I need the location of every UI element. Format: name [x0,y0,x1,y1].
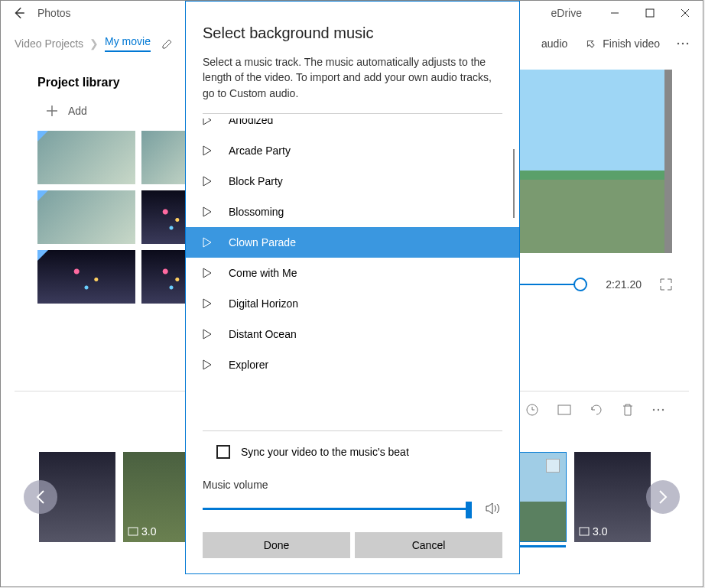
rotate-icon [590,403,603,417]
sync-beat-label: Sync your video to the music's beat [241,446,409,458]
clip-select-badge [546,459,560,473]
track-name: Distant Ocean [229,328,297,340]
svg-point-8 [658,409,659,411]
track-name: Block Party [229,175,283,187]
breadcrumb: Video Projects ❯ My movie [15,35,151,52]
maximize-button[interactable] [632,1,668,25]
svg-rect-10 [128,528,138,535]
dialog-buttons: Done Cancel [203,532,502,558]
play-icon[interactable] [203,329,212,339]
cancel-button[interactable]: Cancel [355,532,502,558]
clock-icon [525,403,539,417]
ellipsis-icon [677,42,689,45]
rotate-button[interactable] [590,403,603,417]
storyboard-prev-button[interactable] [24,480,57,514]
storyboard-next-button[interactable] [646,480,680,514]
onedrive-label: eDrive [551,7,582,19]
svg-rect-6 [558,405,570,414]
svg-rect-11 [580,528,589,535]
track-item[interactable]: Digital Horizon [186,288,519,319]
minimize-icon [610,8,619,18]
maximize-icon [645,8,655,18]
app-window: Photos eDrive Video Projects ❯ My movie … [0,0,703,587]
speaker-icon [486,502,502,515]
custom-audio-button[interactable]: audio [541,37,567,50]
library-thumb[interactable] [37,190,135,244]
play-icon[interactable] [203,206,212,217]
track-item[interactable]: Arcade Party [186,135,519,166]
duration-button[interactable] [525,403,539,417]
track-item[interactable]: Anodized [186,119,519,135]
rename-icon[interactable] [161,37,174,50]
finish-video-label: Finish video [603,37,660,50]
play-icon[interactable] [203,268,212,278]
breadcrumb-root[interactable]: Video Projects [15,37,83,50]
done-button[interactable]: Done [203,532,350,558]
clip-duration: 3.0 [128,525,156,538]
track-name: Blossoming [229,206,284,218]
add-label: Add [68,105,87,117]
volume-row [203,502,502,515]
track-item[interactable]: Explorer [186,349,519,380]
clip-duration-value: 3.0 [593,525,607,538]
track-item[interactable]: Blossoming [186,197,519,227]
track-list[interactable]: Anodized Arcade Party Block Party Blosso… [186,119,519,426]
divider [203,113,502,114]
track-name: Digital Horizon [229,297,298,310]
expand-icon [660,278,672,291]
chevron-right-icon: ❯ [89,37,99,50]
track-name: Explorer [229,359,268,371]
back-button[interactable] [7,1,31,25]
plus-icon [47,106,57,116]
storyboard-more-button[interactable] [652,408,664,411]
svg-point-3 [682,43,684,44]
delete-button[interactable] [622,403,634,417]
play-icon[interactable] [203,119,212,125]
library-thumb[interactable] [37,250,135,304]
track-item[interactable]: Distant Ocean [186,319,519,349]
seek-thumb[interactable] [573,278,587,291]
resize-button[interactable] [557,404,571,415]
track-item[interactable]: Block Party [186,166,519,197]
track-name: Anodized [229,119,273,126]
close-button[interactable] [668,1,703,25]
play-icon[interactable] [203,237,212,248]
crop-icon [557,404,571,415]
divider [203,430,502,431]
sync-beat-checkbox[interactable] [216,445,230,459]
clip-duration-value: 3.0 [141,525,156,538]
volume-label: Music volume [203,479,502,491]
image-icon [128,527,138,536]
sync-beat-row: Sync your video to the music's beat [203,436,502,473]
custom-audio-label: audio [541,37,567,50]
play-icon[interactable] [203,298,212,309]
fullscreen-button[interactable] [660,278,672,291]
finish-video-button[interactable]: Finish video [584,37,660,50]
app-title: Photos [37,7,71,19]
svg-point-9 [662,409,664,411]
playback-time: 2:21.20 [606,278,642,291]
chevron-left-icon [36,490,45,504]
minimize-button[interactable] [597,1,632,25]
play-icon[interactable] [203,176,212,187]
dialog-title: Select background music [203,24,502,42]
track-item[interactable]: Come with Me [186,258,519,288]
play-icon[interactable] [203,145,212,156]
volume-slider[interactable] [203,508,472,510]
storyboard-clip[interactable]: 3.0 [574,452,651,542]
play-icon[interactable] [203,359,212,370]
breadcrumb-current[interactable]: My movie [105,35,151,52]
ellipsis-icon [652,408,664,411]
scrollbar-thumb[interactable] [513,149,515,218]
clip-duration: 3.0 [579,525,607,538]
background-music-dialog: Select background music Select a music t… [185,1,520,574]
dialog-description: Select a music track. The music automati… [203,54,502,101]
svg-rect-1 [646,9,654,17]
track-name: Arcade Party [229,145,291,157]
track-item-selected[interactable]: Clown Parade [186,227,519,258]
more-button[interactable] [677,42,689,45]
library-thumb[interactable] [37,131,135,184]
chevron-right-icon [658,490,668,504]
close-icon [681,8,690,18]
volume-slider-thumb[interactable] [466,502,472,518]
